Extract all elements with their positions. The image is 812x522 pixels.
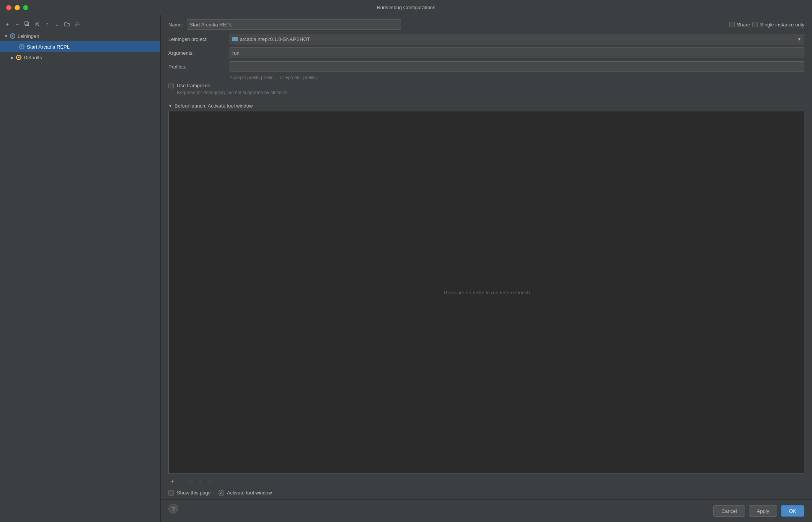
svg-point-8 bbox=[18, 57, 20, 58]
cancel-button[interactable]: Cancel bbox=[713, 505, 745, 517]
leiningen-project-label: Leiningen project: bbox=[168, 36, 230, 42]
copy-config-button[interactable] bbox=[23, 20, 31, 28]
window-title: Run/Debug Configurations bbox=[377, 5, 435, 10]
before-launch-label: Before launch: Activate tool window bbox=[174, 103, 253, 109]
move-up-button[interactable]: ↑ bbox=[43, 20, 51, 28]
single-instance-checkbox[interactable] bbox=[752, 22, 758, 27]
svg-point-4 bbox=[12, 35, 13, 37]
close-button[interactable] bbox=[6, 5, 11, 10]
sidebar-tree: ▼ Leiningen ▶ bbox=[0, 30, 160, 522]
form-area: Leiningen project: arcadia.nrepl:0.1.0-S… bbox=[161, 34, 812, 103]
defaults-label: Defaults bbox=[24, 55, 42, 60]
before-launch-header[interactable]: ▼ Before launch: Activate tool window bbox=[168, 103, 804, 109]
profiles-label: Profiles: bbox=[168, 64, 230, 70]
apply-button[interactable]: Apply bbox=[749, 505, 778, 517]
show-page-area: Show this page bbox=[168, 490, 211, 496]
show-page-checkbox[interactable] bbox=[168, 490, 174, 496]
config-settings-button[interactable] bbox=[33, 20, 41, 28]
leiningen-icon bbox=[9, 33, 16, 39]
bl-add-button[interactable]: + bbox=[168, 477, 177, 485]
single-instance-label: Single instance only bbox=[760, 22, 804, 28]
maximize-button[interactable] bbox=[23, 5, 28, 10]
arguments-row: Arguments: bbox=[168, 47, 804, 58]
show-page-label: Show this page bbox=[177, 490, 211, 496]
new-folder-button[interactable] bbox=[63, 20, 71, 28]
repl-label: Start Arcadia REPL bbox=[27, 44, 70, 50]
activate-tool-window-label: Activate tool window bbox=[227, 490, 272, 496]
add-config-button[interactable]: + bbox=[3, 20, 11, 28]
name-input[interactable] bbox=[187, 19, 401, 30]
trampoline-hint: Required for debugging, but not supporte… bbox=[168, 90, 804, 95]
leiningen-arrow: ▼ bbox=[3, 33, 9, 39]
name-row: Name: Share Single instance only bbox=[161, 15, 812, 34]
share-checkbox[interactable] bbox=[729, 22, 735, 27]
activate-tool-window-checkbox[interactable] bbox=[218, 490, 224, 496]
right-panel: Name: Share Single instance only Leining… bbox=[161, 15, 812, 522]
before-launch-collapse-icon: ▼ bbox=[168, 104, 172, 108]
before-launch-divider bbox=[257, 106, 804, 106]
sidebar-item-defaults[interactable]: ▶ Defaults bbox=[0, 52, 160, 63]
bottom-bar: Cancel Apply OK bbox=[161, 499, 812, 522]
before-launch-tasks-area: There are no tasks to run before launch bbox=[168, 111, 804, 474]
repl-icon bbox=[18, 43, 25, 50]
arguments-input[interactable] bbox=[230, 47, 804, 58]
bottom-section: Cancel Apply OK ? bbox=[161, 499, 812, 522]
bl-remove-button[interactable]: − bbox=[178, 477, 186, 485]
no-tasks-text: There are no tasks to run before launch bbox=[443, 290, 530, 295]
trampoline-row: Use trampoline bbox=[168, 83, 804, 88]
leiningen-label: Leiningen bbox=[18, 33, 39, 39]
svg-rect-1 bbox=[25, 22, 28, 25]
sidebar: + − ↑ ↓ bbox=[0, 15, 161, 522]
arguments-label: Arguments: bbox=[168, 50, 230, 56]
sidebar-item-start-arcadia-repl[interactable]: ▶ Start Arcadia REPL bbox=[0, 41, 160, 52]
before-launch-toolbar: + − ↑ ↓ bbox=[168, 475, 804, 487]
help-button[interactable]: ? bbox=[168, 504, 178, 514]
window-controls[interactable] bbox=[6, 5, 28, 10]
leiningen-project-select-wrapper: arcadia.nrepl:0.1.0-SNAPSHOT ▼ bbox=[230, 34, 804, 44]
share-area: Share Single instance only bbox=[729, 22, 804, 28]
trampoline-checkbox[interactable] bbox=[168, 83, 174, 88]
svg-point-6 bbox=[21, 46, 23, 47]
title-bar: Run/Debug Configurations bbox=[0, 0, 812, 15]
share-label: Share bbox=[737, 22, 750, 28]
bl-down-button[interactable]: ↓ bbox=[205, 477, 214, 485]
profiles-hint: Accepts profile,profile,... or +profile,… bbox=[230, 75, 804, 80]
sort-button[interactable] bbox=[73, 20, 81, 28]
bottom-checkboxes: Show this page Activate tool window bbox=[168, 487, 804, 499]
bl-up-button[interactable]: ↑ bbox=[196, 477, 204, 485]
leiningen-project-select[interactable]: arcadia.nrepl:0.1.0-SNAPSHOT bbox=[230, 34, 804, 44]
main-content: + − ↑ ↓ bbox=[0, 15, 812, 522]
sidebar-item-leiningen[interactable]: ▼ Leiningen bbox=[0, 31, 160, 41]
sidebar-toolbar: + − ↑ ↓ bbox=[0, 18, 160, 30]
minimize-button[interactable] bbox=[15, 5, 20, 10]
move-down-button[interactable]: ↓ bbox=[53, 20, 61, 28]
defaults-arrow: ▶ bbox=[9, 54, 15, 60]
trampoline-label: Use trampoline bbox=[177, 83, 210, 88]
profiles-row: Profiles: bbox=[168, 61, 804, 72]
svg-point-2 bbox=[36, 23, 38, 25]
leiningen-project-row: Leiningen project: arcadia.nrepl:0.1.0-S… bbox=[168, 34, 804, 44]
bl-edit-button[interactable] bbox=[187, 477, 195, 485]
remove-config-button[interactable]: − bbox=[13, 20, 21, 28]
defaults-icon bbox=[15, 54, 22, 61]
profiles-input[interactable] bbox=[230, 61, 804, 72]
name-label: Name: bbox=[168, 22, 183, 28]
before-launch-section: ▼ Before launch: Activate tool window Th… bbox=[161, 103, 812, 499]
ok-button[interactable]: OK bbox=[781, 505, 804, 517]
activate-tool-window-area: Activate tool window bbox=[218, 490, 272, 496]
